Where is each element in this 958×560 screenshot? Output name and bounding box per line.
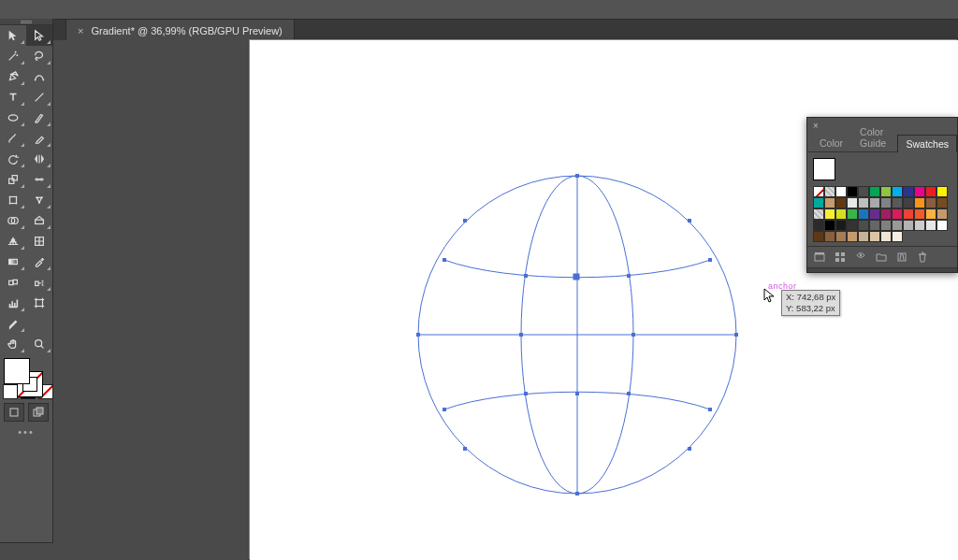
zoom-tool[interactable]: [26, 334, 52, 354]
delete-swatch-icon[interactable]: [916, 251, 929, 264]
swatch[interactable]: [813, 208, 824, 220]
swatch[interactable]: [824, 197, 835, 208]
swatch[interactable]: [835, 186, 847, 197]
close-tab-icon[interactable]: ×: [78, 25, 83, 36]
eyedropper-tool[interactable]: [26, 251, 52, 272]
tab-color-guide[interactable]: Color Guide: [851, 122, 897, 151]
fill-stroke-indicator[interactable]: [0, 354, 52, 399]
swatch[interactable]: [903, 208, 914, 220]
swatch[interactable]: [813, 197, 824, 208]
new-group-icon[interactable]: [875, 251, 888, 264]
swatch[interactable]: [936, 197, 948, 208]
swatch[interactable]: [869, 208, 880, 220]
artboard-tool[interactable]: [26, 293, 52, 313]
swatch[interactable]: [835, 208, 847, 220]
swatch[interactable]: [824, 220, 835, 231]
current-swatch-indicator[interactable]: [813, 158, 835, 180]
swatch[interactable]: [925, 197, 936, 208]
puppet-warp-tool[interactable]: [26, 190, 52, 210]
gradient-tool[interactable]: [0, 251, 26, 272]
tab-color[interactable]: Color: [811, 134, 851, 151]
swatch[interactable]: [858, 208, 869, 220]
swatch[interactable]: [813, 220, 824, 231]
type-tool[interactable]: [0, 87, 26, 108]
swatch[interactable]: [824, 208, 835, 220]
lasso-tool[interactable]: [26, 46, 52, 66]
line-segment-tool[interactable]: [26, 87, 52, 108]
pen-tool[interactable]: [0, 66, 26, 87]
reflect-tool[interactable]: [26, 149, 52, 169]
tab-swatches[interactable]: Swatches: [897, 135, 957, 152]
swatch[interactable]: [835, 220, 847, 231]
swatch[interactable]: [869, 220, 880, 231]
swatch[interactable]: [880, 220, 892, 231]
swatch[interactable]: [925, 186, 936, 197]
swatch[interactable]: [903, 186, 914, 197]
width-tool[interactable]: [26, 169, 52, 190]
swatch[interactable]: [813, 231, 824, 242]
draw-normal-button[interactable]: [4, 403, 24, 422]
swatch[interactable]: [858, 231, 869, 242]
swatch[interactable]: [847, 197, 858, 208]
show-kinds-icon[interactable]: [834, 251, 847, 264]
column-graph-tool[interactable]: [0, 293, 26, 313]
swatch[interactable]: [914, 186, 925, 197]
swatch[interactable]: [847, 231, 858, 242]
swatch[interactable]: [880, 231, 892, 242]
magic-wand-tool[interactable]: [0, 46, 26, 66]
selection-tool[interactable]: [0, 25, 26, 46]
new-swatch-icon[interactable]: [895, 251, 908, 264]
free-transform-tool[interactable]: [0, 190, 26, 210]
swatch[interactable]: [824, 231, 835, 242]
scale-tool[interactable]: [0, 169, 26, 190]
swatch[interactable]: [936, 186, 948, 197]
swatch[interactable]: [892, 220, 903, 231]
swatch[interactable]: [892, 197, 903, 208]
swatch[interactable]: [914, 208, 925, 220]
swatch[interactable]: [869, 197, 880, 208]
symbol-sprayer-tool[interactable]: [26, 272, 52, 293]
swatch[interactable]: [880, 197, 892, 208]
swatch[interactable]: [880, 208, 892, 220]
fill-swatch[interactable]: [4, 358, 30, 384]
swatch[interactable]: [869, 231, 880, 242]
direct-selection-tool[interactable]: [26, 25, 52, 46]
swatch-libraries-icon[interactable]: [813, 251, 826, 264]
swatch[interactable]: [892, 231, 903, 242]
blend-tool[interactable]: [0, 272, 26, 293]
draw-behind-button[interactable]: [28, 403, 49, 422]
ellipse-tool[interactable]: [0, 108, 26, 128]
live-paint-tool[interactable]: [26, 210, 52, 231]
globe-artwork[interactable]: [414, 171, 741, 498]
swatch[interactable]: [892, 208, 903, 220]
swatch[interactable]: [936, 220, 948, 231]
swatch[interactable]: [925, 208, 936, 220]
swatch[interactable]: [847, 208, 858, 220]
hand-tool[interactable]: [0, 334, 26, 354]
swatch[interactable]: [869, 186, 880, 197]
swatch[interactable]: [936, 208, 948, 220]
swatch[interactable]: [858, 220, 869, 231]
mesh-tool[interactable]: [26, 231, 52, 251]
toolbox-grip[interactable]: [0, 19, 52, 25]
swatch[interactable]: [847, 220, 858, 231]
panel-close-icon[interactable]: ×: [813, 121, 819, 131]
swatch[interactable]: [813, 186, 824, 197]
swatch[interactable]: [835, 231, 847, 242]
swatch[interactable]: [880, 186, 892, 197]
curvature-tool[interactable]: [26, 66, 52, 87]
paintbrush-tool[interactable]: [26, 108, 52, 128]
swatch[interactable]: [903, 197, 914, 208]
slice-tool[interactable]: [0, 313, 26, 334]
swatch[interactable]: [892, 186, 903, 197]
rotate-tool[interactable]: [0, 149, 26, 169]
swatch[interactable]: [835, 197, 847, 208]
swatch[interactable]: [925, 220, 936, 231]
eraser-tool[interactable]: [26, 128, 52, 149]
document-tab[interactable]: × Gradient* @ 36,99% (RGB/GPU Preview): [65, 19, 295, 42]
swatch[interactable]: [914, 220, 925, 231]
shape-builder-tool[interactable]: [0, 210, 26, 231]
swatch-options-icon[interactable]: [854, 251, 867, 264]
perspective-grid-tool[interactable]: [0, 231, 26, 251]
swatch[interactable]: [903, 220, 914, 231]
